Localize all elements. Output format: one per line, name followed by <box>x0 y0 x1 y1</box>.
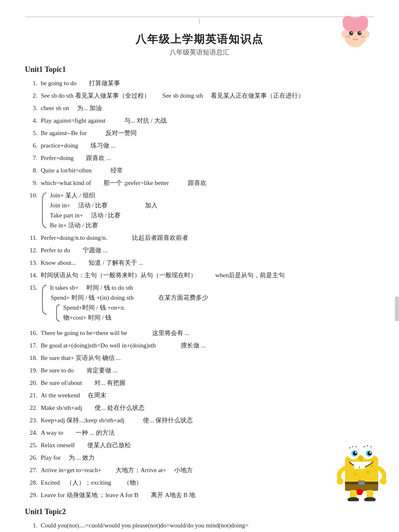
item-num: 25. <box>25 440 41 450</box>
item-num: 8. <box>25 165 41 175</box>
list-item: 9. which=what kind of 那一个 ;prefer=like b… <box>25 178 374 188</box>
item-content: Perfer+doing/n.to doing/n. 比起后者跟喜欢前者 <box>41 233 374 243</box>
item-num: 7. <box>25 153 41 163</box>
item-content: Make sb/sth+adj 使... 处在什么状态 <box>41 403 374 413</box>
list-item: 16. There be going to be=there will be 这… <box>25 328 374 338</box>
item-num: 28. <box>25 478 41 488</box>
svg-point-8 <box>351 32 352 33</box>
scrollbar[interactable] <box>395 296 399 321</box>
item-num: 26. <box>25 453 41 463</box>
list-item: 17. Be good at+(doing)sth=Do well in+(do… <box>25 340 374 350</box>
item-content: Be sure of/about 对... 有把握 <box>41 378 374 388</box>
item-num: 3. <box>25 103 41 113</box>
bracket-line-1: Join+ 某人 / 组织 <box>50 190 158 200</box>
topic1-list: 1. be going to do 打算做某事 2. See sb do sth… <box>25 78 374 500</box>
item-content: A way to 一种 ... 的方法 <box>41 428 374 438</box>
list-item: 24. A way to 一种 ... 的方法 <box>25 428 374 438</box>
svg-point-41 <box>337 478 343 485</box>
svg-rect-40 <box>360 465 365 469</box>
list-item: 23. Keep+adj 保持...;keep sb/sth+adj 使... … <box>25 415 374 425</box>
svg-point-11 <box>360 35 366 38</box>
item-num: 20. <box>25 378 41 388</box>
item-num: 5. <box>25 128 41 138</box>
item-content: Be good at+(doing)sth=Do well in+(doing)… <box>41 340 374 350</box>
item-content: Leave for 动身做某地 ；leave A for B 离开 A地去 B … <box>41 490 374 500</box>
svg-point-10 <box>345 35 351 38</box>
unit1-topic1-title: Unit1 Topic1 <box>25 65 374 74</box>
spend-line-1: It takes sb+ 时间 / 钱 to do sth <box>50 283 208 293</box>
list-item: 25. Relax oneself 使某人自己放松 <box>25 440 374 450</box>
item-content: Know about... 知道 / 了解有关于 ... <box>41 258 374 268</box>
item-num: 9. <box>25 178 41 188</box>
list-item: 4. Play against=fight against 与... 对抗 / … <box>25 116 374 126</box>
list-item: 12. Perfer to do 宁愿做 ... <box>25 245 374 255</box>
item-num: 1. <box>25 520 41 530</box>
item-content: There be going to be=there will be 这里将会有… <box>41 328 374 338</box>
item-num: 12. <box>25 245 41 255</box>
spongebob-image <box>337 443 387 501</box>
item-content: Relax oneself 使某人自己放松 <box>41 440 374 450</box>
tab-indicator: | <box>25 18 374 25</box>
svg-line-37 <box>370 446 372 447</box>
item-content: Be against--Be for 反对一赞同 <box>41 128 374 138</box>
svg-line-36 <box>367 445 368 446</box>
item-content: It takes sb+ 时间 / 钱 to do sth Spend+ 时间 … <box>41 283 374 325</box>
item-num: 19. <box>25 365 41 375</box>
item-content: Be sure to do 肯定要做 ... <box>41 365 374 375</box>
topic2-list: 1. Could you(not)....=cuold/would you pl… <box>25 520 374 532</box>
list-item: 27. Arrive in=get to=reach+ 大地方；Arrive a… <box>25 465 374 475</box>
item-content: Play for 为 ... 效力 <box>41 453 374 463</box>
list-item: 5. Be against--Be for 反对一赞同 <box>25 128 374 138</box>
item-num: 11. <box>25 233 41 243</box>
item-content: Prefer+doing 跟喜欢 ... <box>41 153 374 163</box>
list-item: 14. 时间状语从句：主句（一般将来时）从句（一般现在时） when后是从句，前… <box>25 270 374 280</box>
svg-line-34 <box>356 446 357 447</box>
list-item: 19. Be sure to do 肯定要做 ... <box>25 365 374 375</box>
item-content: At the weekend 在周末 <box>41 390 374 400</box>
item-num: 23. <box>25 415 41 425</box>
list-item: 28. Excited （人）；exciting （物） <box>25 478 374 488</box>
svg-point-38 <box>359 455 363 461</box>
bracket-line-2: Join in+ 活动 / 比赛 加入 <box>50 200 158 210</box>
title-area: 八年级上学期英语知识点 八年级英语短语总汇 <box>25 32 374 57</box>
svg-point-16 <box>371 465 374 468</box>
svg-point-17 <box>354 473 357 475</box>
list-item: 8. Quite a lot/bit=often 经常 <box>25 165 374 175</box>
svg-point-46 <box>364 497 376 501</box>
unit1-topic2-title: Unit1 Topic2 <box>25 507 374 516</box>
list-item: 22. Make sb/sth+adj 使... 处在什么状态 <box>25 403 374 413</box>
item-num: 10. <box>25 190 41 200</box>
svg-point-31 <box>369 452 371 453</box>
item-content: Join+ 某人 / 组织 Join in+ 活动 / 比赛 加入 Take p… <box>41 190 374 230</box>
svg-point-45 <box>347 497 359 501</box>
svg-point-12 <box>355 36 356 37</box>
svg-point-29 <box>367 451 372 456</box>
top-bar: | <box>25 17 374 25</box>
item-num: 27. <box>25 465 41 475</box>
svg-rect-22 <box>358 481 365 485</box>
list-item: 1. be going to do 打算做某事 <box>25 78 374 88</box>
list-item: 3. cheer sb on 为... 加油 <box>25 103 374 113</box>
item-num: 24. <box>25 428 41 438</box>
list-item: 13. Know about... 知道 / 了解有关于 ... <box>25 258 374 268</box>
list-item: 11. Perfer+doing/n.to doing/n. 比起后者跟喜欢前者 <box>25 233 374 243</box>
item-num: 22. <box>25 403 41 413</box>
item-num: 14. <box>25 270 41 280</box>
item-num: 21. <box>25 390 41 400</box>
item-content: be going to do 打算做某事 <box>41 78 374 88</box>
spend-sub-1: Spend+时间 / 钱 +on+n. <box>63 303 126 313</box>
svg-rect-39 <box>354 465 359 469</box>
svg-line-35 <box>364 446 365 447</box>
list-item: 21. At the weekend 在周末 <box>25 390 374 400</box>
item-content: which=what kind of 那一个 ;prefer=like bett… <box>41 178 374 188</box>
item-num: 2. <box>25 91 41 101</box>
list-item-10: 10. Join+ 某人 / 组织 Join in+ 活动 / 比赛 加入 Ta… <box>25 190 374 230</box>
list-item-15: 15. It takes sb+ 时间 / 钱 to do sth Spend+… <box>25 283 374 325</box>
svg-line-33 <box>352 446 353 447</box>
avatar-image <box>337 12 374 50</box>
item-content: Arrive in=get to=reach+ 大地方；Arrive at+ 小… <box>41 465 374 475</box>
list-item: 2. See sb do sth 看见某人做某事（全过程） See sb doi… <box>25 91 374 101</box>
item-content: cheer sb on 为... 加油 <box>41 103 374 113</box>
svg-point-47 <box>347 459 349 461</box>
svg-point-48 <box>350 460 351 462</box>
